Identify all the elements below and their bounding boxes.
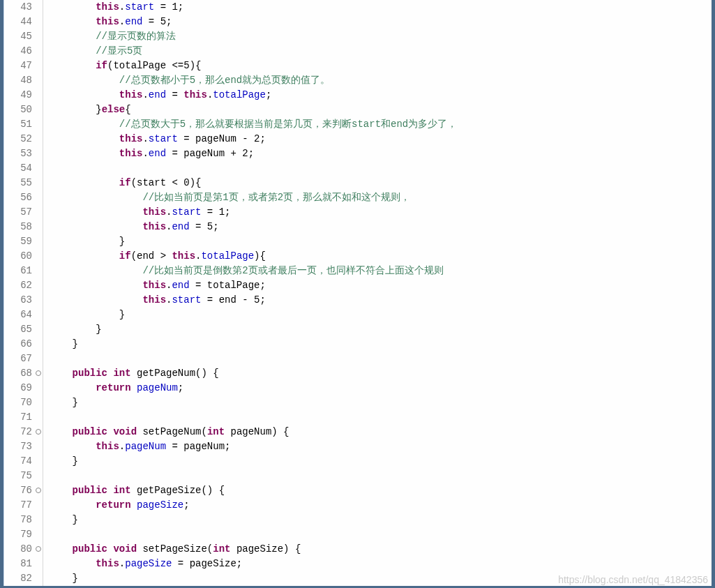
code-area[interactable]: this.start = 1; this.end = 5; //显示页数的算法 … xyxy=(43,0,712,586)
code-line: //总页数大于5，那么就要根据当前是第几页，来判断start和end为多少了， xyxy=(49,117,712,132)
line-number: 55 xyxy=(4,176,32,190)
line-number: 74 xyxy=(4,454,32,469)
line-number: 71 xyxy=(4,410,32,425)
code-line: //显示页数的算法 xyxy=(49,29,712,44)
code-line xyxy=(49,161,712,176)
code-line xyxy=(49,352,712,366)
code-line: public void setPageNum(int pageNum) { xyxy=(49,425,712,439)
line-number: 75 xyxy=(4,469,32,483)
code-line: return pageNum; xyxy=(49,381,712,395)
code-line xyxy=(49,527,712,542)
fold-marker-icon[interactable] xyxy=(36,429,41,435)
line-number: 70 xyxy=(4,395,32,410)
code-line: //显示5页 xyxy=(49,44,712,59)
code-line: } xyxy=(49,234,712,249)
line-number: 53 xyxy=(4,146,32,161)
line-number: 46 xyxy=(4,44,32,59)
code-line: } xyxy=(49,322,712,337)
code-line: this.end = 5; xyxy=(49,15,712,29)
code-line: } xyxy=(49,395,712,410)
fold-marker-icon[interactable] xyxy=(36,370,41,376)
line-number: 43 xyxy=(4,0,32,15)
line-number: 79 xyxy=(4,527,32,542)
line-number: 50 xyxy=(4,103,32,117)
line-number: 72 xyxy=(4,425,32,439)
code-line: this.start = pageNum - 2; xyxy=(49,132,712,146)
line-number: 73 xyxy=(4,439,32,454)
line-number: 66 xyxy=(4,337,32,352)
line-number-gutter: 4344454647484950515253545556575859606162… xyxy=(4,0,33,586)
line-number: 77 xyxy=(4,498,32,513)
code-line: this.start = 1; xyxy=(49,0,712,15)
line-number: 68 xyxy=(4,366,32,381)
line-number: 44 xyxy=(4,15,32,29)
fold-marker-icon[interactable] xyxy=(36,546,41,552)
line-number: 65 xyxy=(4,322,32,337)
line-number: 67 xyxy=(4,352,32,366)
line-number: 62 xyxy=(4,278,32,293)
code-line: }else{ xyxy=(49,103,712,117)
code-line: //比如当前页是第1页，或者第2页，那么就不如和这个规则， xyxy=(49,190,712,205)
fold-marker-column xyxy=(33,0,43,586)
code-line: if(end > this.totalPage){ xyxy=(49,249,712,264)
code-line: } xyxy=(49,513,712,527)
line-number: 47 xyxy=(4,59,32,73)
line-number: 59 xyxy=(4,234,32,249)
code-line: return pageSize; xyxy=(49,498,712,513)
code-line: } xyxy=(49,308,712,322)
line-number: 56 xyxy=(4,190,32,205)
line-number: 54 xyxy=(4,161,32,176)
line-number: 45 xyxy=(4,29,32,44)
line-number: 63 xyxy=(4,293,32,308)
code-line: this.start = 1; xyxy=(49,205,712,220)
line-number: 48 xyxy=(4,73,32,88)
code-line: } xyxy=(49,571,712,586)
line-number: 58 xyxy=(4,220,32,234)
code-line: if(start < 0){ xyxy=(49,176,712,190)
code-line: this.end = totalPage; xyxy=(49,278,712,293)
code-line: public int getPageNum() { xyxy=(49,366,712,381)
line-number: 78 xyxy=(4,513,32,527)
code-line: this.end = pageNum + 2; xyxy=(49,146,712,161)
code-line: this.start = end - 5; xyxy=(49,293,712,308)
fold-marker-icon[interactable] xyxy=(36,488,41,493)
code-line: //比如当前页是倒数第2页或者最后一页，也同样不符合上面这个规则 xyxy=(49,264,712,278)
code-line: } xyxy=(49,454,712,469)
line-number: 64 xyxy=(4,308,32,322)
line-number: 82 xyxy=(4,571,32,586)
code-line xyxy=(49,410,712,425)
code-line: } xyxy=(49,337,712,352)
line-number: 51 xyxy=(4,117,32,132)
code-line: this.end = 5; xyxy=(49,220,712,234)
line-number: 76 xyxy=(4,483,32,498)
code-line: this.pageSize = pageSize; xyxy=(49,557,712,571)
code-line: public void setPageSize(int pageSize) { xyxy=(49,542,712,557)
line-number: 52 xyxy=(4,132,32,146)
line-number: 81 xyxy=(4,557,32,571)
line-number: 69 xyxy=(4,381,32,395)
line-number: 60 xyxy=(4,249,32,264)
code-line: //总页数都小于5，那么end就为总页数的值了。 xyxy=(49,73,712,88)
code-line: this.end = this.totalPage; xyxy=(49,88,712,103)
line-number: 49 xyxy=(4,88,32,103)
code-line xyxy=(49,469,712,483)
line-number: 57 xyxy=(4,205,32,220)
code-line: this.pageNum = pageNum; xyxy=(49,439,712,454)
code-editor: 4344454647484950515253545556575859606162… xyxy=(3,0,712,586)
line-number: 61 xyxy=(4,264,32,278)
line-number: 80 xyxy=(4,542,32,557)
code-line: if(totalPage <=5){ xyxy=(49,59,712,73)
code-line: public int getPageSize() { xyxy=(49,483,712,498)
